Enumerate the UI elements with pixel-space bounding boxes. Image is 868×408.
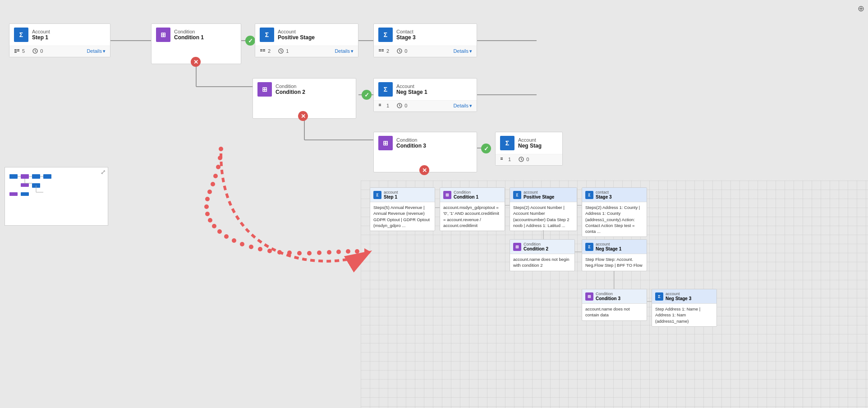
condition2-no-badge: ✕ xyxy=(298,111,308,121)
condition2-title: Condition Condition 2 xyxy=(276,83,305,95)
account-neg-stage1-title: Account Neg Stage 1 xyxy=(396,83,427,95)
svg-point-61 xyxy=(208,218,212,223)
account-step1-title: Account Step 1 xyxy=(32,29,50,41)
account-neg-stag-title: Account Neg Stag xyxy=(518,137,542,149)
svg-rect-35 xyxy=(379,105,381,106)
node-contact-stage3-header: Σ Contact Stage 3 xyxy=(374,24,477,46)
node-account-neg-stage1-header: Σ Account Neg Stage 1 xyxy=(374,79,477,100)
svg-rect-40 xyxy=(501,159,503,160)
svg-rect-15 xyxy=(17,49,19,50)
node-condition2-header: ⊞ Condition Condition 2 xyxy=(253,79,356,100)
node-account-neg-stage1: Σ Account Neg Stage 1 1 0 Details ▾ xyxy=(373,78,477,112)
account-step1-wait: 0 xyxy=(32,48,43,54)
account-step1-name: Step 1 xyxy=(32,34,50,41)
contact-stage3-wait: 0 xyxy=(396,48,407,54)
account-neg-stag-wait: 0 xyxy=(518,156,529,162)
condition3-type: Condition xyxy=(396,137,426,143)
account-neg-stag-footer: 1 0 xyxy=(496,154,562,165)
contact-stage3-details[interactable]: Details ▾ xyxy=(453,48,472,54)
condition1-yes-badge: ✓ xyxy=(245,36,255,46)
account-neg-stag-type: Account xyxy=(518,137,542,143)
svg-point-53 xyxy=(218,156,222,160)
svg-point-67 xyxy=(249,245,253,249)
detail-card-account-step1-body: Steps(5) Annual Revenue | Annual Revenue… xyxy=(370,202,435,231)
detail-card-condition3-header: ⊞ Condition Condition 3 xyxy=(582,289,647,304)
svg-line-19 xyxy=(35,51,36,52)
svg-point-57 xyxy=(207,190,212,194)
detail-card-condition1-header: ⊞ Condition Condition 1 xyxy=(440,188,505,202)
account-neg-stage1-name: Neg Stage 1 xyxy=(396,89,427,95)
svg-point-74 xyxy=(317,250,321,255)
condition1-title: Condition Condition 1 xyxy=(174,29,204,41)
detail-card-account-neg-stage3-icon: Σ xyxy=(655,292,663,301)
detail-card-condition3-icon: ⊞ xyxy=(585,292,593,301)
svg-rect-21 xyxy=(260,51,262,51)
svg-point-54 xyxy=(216,165,220,169)
account-pos-stage-type: Account xyxy=(278,29,315,34)
svg-rect-29 xyxy=(381,49,384,50)
detail-card-condition1-body: account.msdyn_gdproptout = '0', '1' AND … xyxy=(440,202,505,231)
account-step1-details[interactable]: Details ▾ xyxy=(87,48,106,54)
detail-card-account-pos-stage-body: Steps(2) Account Number | Account Number… xyxy=(510,202,577,231)
detail-card-account-neg-stage1-name: Neg Stage 1 xyxy=(596,246,621,251)
contact-stage3-footer: 2 0 Details ▾ xyxy=(374,46,477,57)
contact-stage3-steps: 2 xyxy=(378,48,389,54)
detail-card-condition3-type: Condition xyxy=(596,292,620,296)
node-account-pos-stage-header: Σ Account Positive Stage xyxy=(255,24,358,46)
detail-card-account-step1-name: Step 1 xyxy=(384,195,398,199)
svg-point-52 xyxy=(219,147,223,151)
detail-card-account-step1-header: Σ account Step 1 xyxy=(370,188,435,202)
svg-rect-39 xyxy=(501,158,503,158)
svg-point-69 xyxy=(267,249,272,253)
detail-card-account-neg-stage1-icon: Σ xyxy=(585,243,593,251)
node-condition3-header: ⊞ Condition Condition 3 xyxy=(374,132,477,154)
condition1-no-badge: ✕ xyxy=(191,57,201,67)
detail-card-condition3-name: Condition 3 xyxy=(596,296,620,301)
node-contact-stage3: Σ Contact Stage 3 2 0 Details ▾ xyxy=(373,23,477,57)
account-pos-stage-details[interactable]: Details ▾ xyxy=(335,48,354,54)
svg-rect-30 xyxy=(381,51,384,51)
account-pos-stage-icon: Σ xyxy=(260,28,274,42)
svg-rect-13 xyxy=(14,51,17,51)
detail-card-account-neg-stage3: Σ account Neg Stage 3 Step Address 1: Na… xyxy=(652,289,717,327)
condition3-name: Condition 3 xyxy=(396,143,426,149)
mini-map-lines xyxy=(5,167,108,226)
account-pos-stage-name: Positive Stage xyxy=(278,34,315,41)
condition2-yes-badge: ✓ xyxy=(362,90,372,100)
detail-card-contact-stage3-body: Steps(2) Address 1: County | Address 1: … xyxy=(582,202,647,236)
svg-point-68 xyxy=(258,247,262,251)
contact-stage3-type: Contact xyxy=(396,29,416,34)
detail-card-condition2-body: account.name does not begin with conditi… xyxy=(510,254,574,271)
node-account-pos-stage: Σ Account Positive Stage 2 1 Details ▾ xyxy=(255,23,358,57)
svg-rect-23 xyxy=(263,51,265,51)
account-neg-stage1-icon: Σ xyxy=(378,82,393,97)
svg-point-72 xyxy=(297,251,302,255)
svg-point-59 xyxy=(204,204,209,209)
detail-card-account-pos-stage-icon: Σ xyxy=(513,191,521,199)
zoom-icon[interactable]: ⊕ xyxy=(858,4,864,14)
account-neg-stage1-details[interactable]: Details ▾ xyxy=(453,103,472,109)
detail-card-account-pos-stage: Σ account Positive Stage Steps(2) Accoun… xyxy=(510,187,577,231)
account-neg-stage1-type: Account xyxy=(396,83,427,89)
account-step1-type: Account xyxy=(32,29,50,34)
svg-line-33 xyxy=(400,51,400,52)
detail-card-account-neg-stage3-header: Σ account Neg Stage 3 xyxy=(652,289,716,304)
account-pos-stage-wait: 1 xyxy=(278,48,289,54)
detail-card-account-step1-icon: Σ xyxy=(373,191,381,199)
account-pos-stage-footer: 2 1 Details ▾ xyxy=(255,46,358,57)
node-condition1-header: ⊞ Condition Condition 1 xyxy=(152,24,241,46)
account-neg-stag-icon: Σ xyxy=(500,136,514,150)
account-step1-steps: 5 xyxy=(14,48,25,54)
svg-rect-22 xyxy=(263,49,265,50)
node-account-step1-header: Σ Account Step 1 xyxy=(9,24,110,46)
svg-point-70 xyxy=(277,250,282,255)
account-step1-footer: 5 0 Details ▾ xyxy=(9,46,110,57)
condition1-name: Condition 1 xyxy=(174,34,204,41)
condition3-yes-badge: ✓ xyxy=(481,144,491,153)
svg-point-71 xyxy=(287,250,292,255)
svg-point-62 xyxy=(212,224,216,228)
svg-rect-12 xyxy=(14,49,17,50)
condition3-icon: ⊞ xyxy=(378,136,393,150)
svg-point-55 xyxy=(213,174,218,178)
detail-card-account-neg-stage1-header: Σ account Neg Stage 1 xyxy=(582,240,647,254)
